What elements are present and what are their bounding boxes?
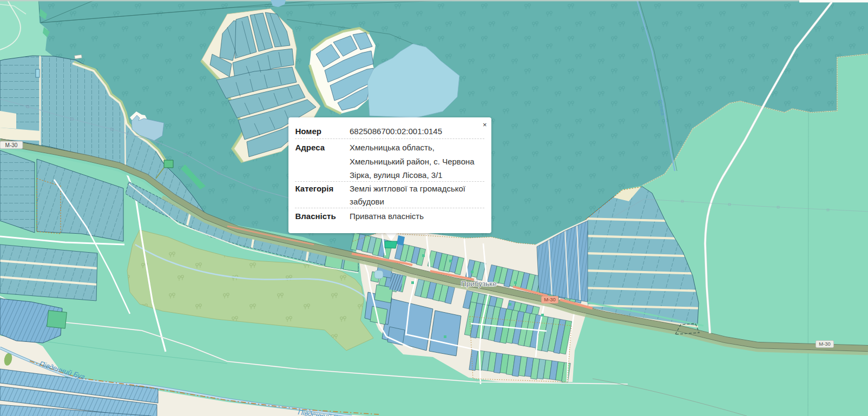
svg-text:М-30: М-30 — [544, 296, 556, 302]
svg-text:М-30: М-30 — [819, 341, 831, 347]
svg-text:М-30: М-30 — [5, 142, 18, 148]
svg-text:Прибузьке: Прибузьке — [461, 280, 497, 288]
